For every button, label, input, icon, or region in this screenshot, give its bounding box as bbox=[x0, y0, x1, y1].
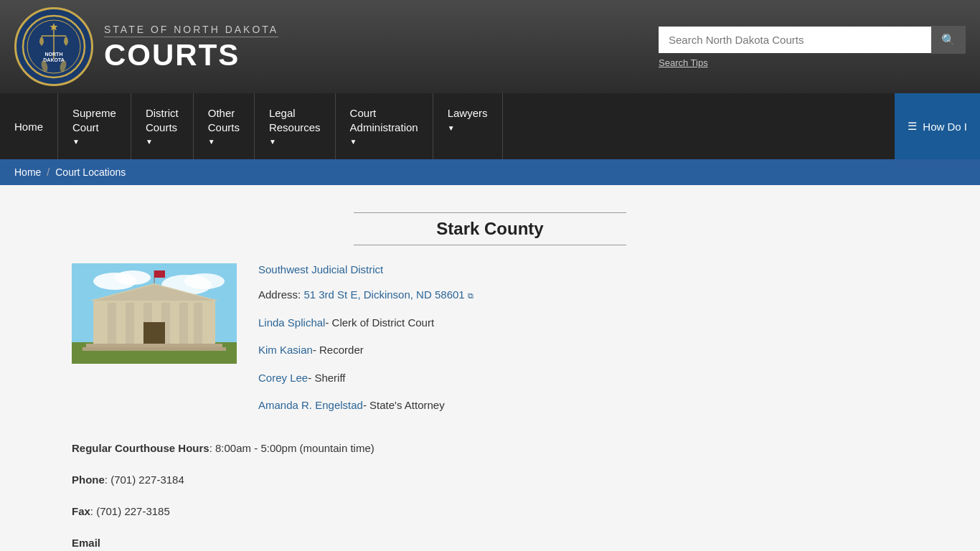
nav-other-courts-label: OtherCourts bbox=[208, 106, 240, 134]
contact-linda: Linda Splichal- Clerk of District Court bbox=[258, 315, 908, 331]
state-line: State of North Dakota bbox=[104, 24, 278, 37]
nav-home[interactable]: Home bbox=[0, 93, 58, 159]
contact-kim: Kim Kasian- Recorder bbox=[258, 342, 908, 359]
svg-text:NORTH: NORTH bbox=[45, 52, 63, 57]
email-label: Email bbox=[72, 537, 100, 549]
main-navbar: Home SupremeCourt ▼ DistrictCourts ▼ Oth… bbox=[0, 93, 980, 159]
search-box-row: 🔍 bbox=[659, 26, 966, 54]
how-do-i-label: How Do I bbox=[923, 121, 967, 133]
nav-lawyers-arrow: ▼ bbox=[448, 123, 455, 133]
svg-rect-28 bbox=[154, 270, 165, 278]
judicial-district-link[interactable]: Southwest Judicial District bbox=[258, 263, 908, 276]
info-area: Southwest Judicial District Address: 51 … bbox=[258, 263, 908, 425]
hours-label: Regular Courthouse Hours bbox=[72, 442, 209, 454]
nav-other-courts-arrow: ▼ bbox=[208, 137, 215, 146]
svg-rect-26 bbox=[83, 347, 226, 351]
contact-linda-role: - Clerk of District Court bbox=[325, 316, 434, 329]
logo-area: NORTH DAKOTA State of North Dakota COURT… bbox=[14, 7, 278, 86]
page-title-container: Stark County bbox=[72, 212, 908, 245]
how-do-i-icon: ☰ bbox=[908, 120, 917, 133]
site-header: NORTH DAKOTA State of North Dakota COURT… bbox=[0, 0, 980, 93]
hours-value: : 8:00am - 5:00pm (mountain time) bbox=[209, 442, 374, 454]
courthouse-image bbox=[72, 263, 237, 364]
breadcrumb-separator: / bbox=[47, 166, 50, 178]
courts-line: COURTS bbox=[104, 40, 278, 70]
title-divider-top bbox=[354, 212, 626, 213]
nav-legal-resources[interactable]: LegalResources ▼ bbox=[255, 93, 336, 159]
breadcrumb-current: Court Locations bbox=[55, 166, 126, 178]
nav-supreme-court-label: SupremeCourt bbox=[72, 106, 116, 134]
search-button[interactable]: 🔍 bbox=[931, 26, 966, 54]
svg-rect-16 bbox=[108, 303, 116, 346]
search-tips-link[interactable]: Search Tips bbox=[659, 57, 708, 68]
nav-court-administration-label: CourtAdministration bbox=[350, 106, 418, 134]
nav-legal-resources-label: LegalResources bbox=[269, 106, 321, 134]
nav-court-administration[interactable]: CourtAdministration ▼ bbox=[336, 93, 433, 159]
hours-row: Regular Courthouse Hours: 8:00am - 5:00p… bbox=[72, 440, 908, 457]
nav-district-courts-arrow: ▼ bbox=[146, 137, 153, 146]
svg-rect-20 bbox=[179, 303, 188, 346]
contact-amanda-link[interactable]: Amanda R. Engelstad bbox=[258, 399, 363, 411]
phone-row: Phone: (701) 227-3184 bbox=[72, 471, 908, 489]
nav-district-courts-label: DistrictCourts bbox=[146, 106, 179, 134]
site-title: State of North Dakota COURTS bbox=[104, 24, 278, 70]
search-input[interactable] bbox=[659, 27, 931, 53]
nav-lawyers-label: Lawyers bbox=[448, 106, 488, 121]
email-row: Email bbox=[72, 534, 908, 552]
how-do-i-button[interactable]: ☰ How Do I bbox=[895, 93, 980, 159]
svg-point-13 bbox=[184, 273, 225, 289]
fax-row: Fax: (701) 227-3185 bbox=[72, 503, 908, 520]
search-area: 🔍 Search Tips bbox=[659, 26, 966, 68]
contact-corey: Corey Lee- Sheriff bbox=[258, 370, 908, 387]
svg-text:DAKOTA: DAKOTA bbox=[43, 57, 64, 62]
details-area: Regular Courthouse Hours: 8:00am - 5:00p… bbox=[72, 440, 908, 552]
external-link-icon: ⧉ bbox=[468, 291, 473, 300]
contact-amanda-role: - State's Attorney bbox=[363, 399, 445, 411]
county-title: Stark County bbox=[72, 219, 908, 239]
nd-courts-seal: NORTH DAKOTA bbox=[14, 7, 93, 86]
svg-rect-25 bbox=[86, 344, 222, 347]
nav-supreme-court-arrow: ▼ bbox=[72, 137, 80, 146]
address-row: Address: 51 3rd St E, Dickinson, ND 5860… bbox=[258, 287, 908, 303]
contact-kim-link[interactable]: Kim Kasian bbox=[258, 344, 313, 356]
svg-rect-21 bbox=[194, 303, 202, 346]
svg-rect-17 bbox=[126, 303, 134, 346]
svg-point-11 bbox=[115, 270, 151, 285]
nav-supreme-court[interactable]: SupremeCourt ▼ bbox=[58, 93, 131, 159]
phone-label: Phone bbox=[72, 474, 105, 486]
svg-rect-24 bbox=[143, 322, 165, 346]
contact-corey-role: - Sheriff bbox=[308, 372, 345, 384]
fax-value: : (701) 227-3185 bbox=[90, 505, 170, 517]
title-divider-bottom bbox=[354, 245, 626, 245]
contact-amanda: Amanda R. Engelstad- State's Attorney bbox=[258, 397, 908, 414]
nav-other-courts[interactable]: OtherCourts ▼ bbox=[194, 93, 255, 159]
breadcrumb: Home / Court Locations bbox=[0, 159, 980, 185]
address-label: Address: bbox=[258, 288, 301, 301]
phone-value: : (701) 227-3184 bbox=[105, 474, 184, 486]
address-link[interactable]: 51 3rd St E, Dickinson, ND 58601 bbox=[303, 288, 464, 301]
nav-lawyers[interactable]: Lawyers ▼ bbox=[433, 93, 503, 159]
contact-kim-role: - Recorder bbox=[313, 344, 364, 356]
nav-legal-resources-arrow: ▼ bbox=[269, 137, 276, 146]
contact-linda-link[interactable]: Linda Splichal bbox=[258, 316, 325, 329]
nav-district-courts[interactable]: DistrictCourts ▼ bbox=[131, 93, 194, 159]
main-content: Stark County bbox=[0, 185, 980, 551]
fax-label: Fax bbox=[72, 505, 90, 517]
contact-corey-link[interactable]: Corey Lee bbox=[258, 372, 308, 384]
content-area: Southwest Judicial District Address: 51 … bbox=[72, 263, 908, 425]
nav-court-administration-arrow: ▼ bbox=[350, 137, 357, 146]
breadcrumb-home[interactable]: Home bbox=[14, 166, 41, 178]
